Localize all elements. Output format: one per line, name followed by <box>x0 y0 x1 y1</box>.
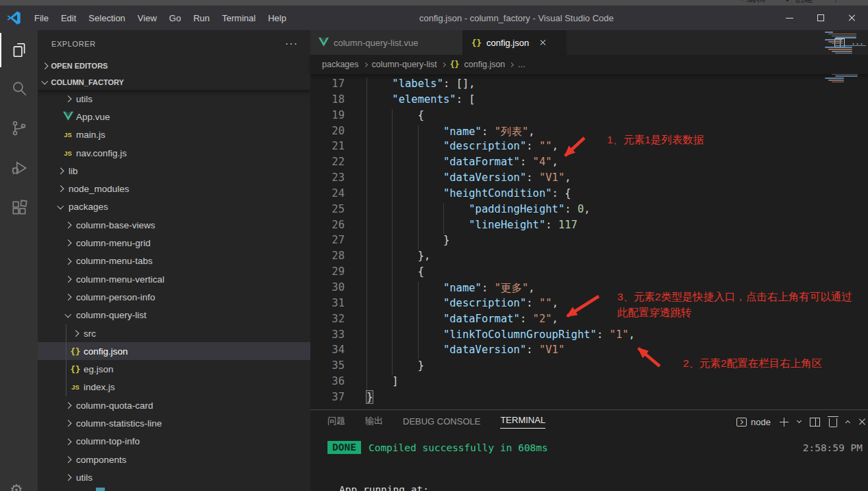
code-line-24[interactable]: 24"heightCondition": { <box>310 187 868 203</box>
breadcrumb-item[interactable]: config.json <box>464 60 506 69</box>
terminal-dropdown-icon[interactable] <box>797 418 802 423</box>
run-debug-icon[interactable] <box>0 151 38 185</box>
breadcrumb-item[interactable]: ... <box>518 60 525 69</box>
code-line-26[interactable]: 26"lineHeight": 117 <box>310 219 868 235</box>
tree-item-components[interactable]: components <box>38 451 310 468</box>
code-line-20[interactable]: 20"name": "列表", <box>310 125 868 141</box>
tree-item-lib[interactable]: lib <box>38 162 310 180</box>
tree-item-config.json[interactable]: {}config.json <box>38 342 310 360</box>
close-button[interactable] <box>836 5 868 30</box>
new-terminal-icon[interactable] <box>780 418 789 427</box>
tree-item-column-quota-card[interactable]: column-quota-card <box>38 396 310 414</box>
tree-item-column-top-info[interactable]: column-top-info <box>38 433 310 451</box>
tree-item-src[interactable]: src <box>38 324 310 342</box>
settings-gear-icon[interactable]: ⚙ <box>10 481 23 491</box>
search-icon[interactable] <box>0 71 38 106</box>
close-tab-icon[interactable] <box>538 37 549 48</box>
tree-item-column-menu-grid[interactable]: column-menu-grid <box>38 234 310 252</box>
panel-tab-debug-console[interactable]: DEBUG CONSOLE <box>403 416 480 428</box>
tree-item-nav.config.js[interactable]: JSnav.config.js <box>38 144 310 162</box>
line-number: 34 <box>310 344 345 356</box>
close-icon <box>848 14 856 22</box>
tree-item-utils[interactable]: utils <box>38 90 310 108</box>
code-line-27[interactable]: 27} <box>310 234 868 250</box>
maximize-button[interactable] <box>805 5 836 30</box>
tree-item-eg.json[interactable]: {}eg.json <box>38 360 310 378</box>
maximize-panel-icon[interactable] <box>845 420 850 425</box>
panel-tab-问题[interactable]: 问题 <box>327 415 345 429</box>
code-line-28[interactable]: 28}, <box>310 250 868 265</box>
menu-view[interactable]: View <box>132 5 163 30</box>
menu-run[interactable]: Run <box>187 5 216 30</box>
close-panel-icon[interactable] <box>858 418 867 426</box>
editor-tabs: column-query-list.vue{}config.json <box>310 30 868 55</box>
tree-item-column-statistics-line[interactable]: column-statistics-line <box>38 414 310 432</box>
code-line-19[interactable]: 19{ <box>310 109 868 125</box>
js-file-icon: JS <box>64 149 72 157</box>
panel-tab-terminal[interactable]: TERMINAL <box>500 415 545 429</box>
tree-item-App.vue[interactable]: App.vue <box>38 108 310 125</box>
code-line-29[interactable]: 29{ <box>310 265 868 281</box>
tree-item-index.js[interactable]: JSindex.js <box>38 379 310 396</box>
panel-tab-输出[interactable]: 输出 <box>365 415 383 429</box>
tab-config.json[interactable]: {}config.json <box>463 30 567 55</box>
code-line-33[interactable]: 33"linkToColumnGroupRight": "1", <box>310 328 868 344</box>
source-control-icon[interactable] <box>0 111 38 145</box>
line-number: 18 <box>310 93 345 106</box>
breadcrumb[interactable]: packages column-query-list {} config.jso… <box>310 55 868 74</box>
code-line-18[interactable]: 18"elements": [ <box>310 93 868 109</box>
partial-row-icon <box>96 488 105 491</box>
line-number: 19 <box>310 109 345 121</box>
menu-selection[interactable]: Selection <box>82 5 131 30</box>
workspace-section-header[interactable]: COLUMN_FACTORY <box>38 74 310 90</box>
activity-bar: ⚙ <box>0 30 38 491</box>
line-number: 27 <box>310 234 345 246</box>
tree-item-main.js[interactable]: JSmain.js <box>38 126 310 144</box>
code-line-23[interactable]: 23"dataVersion": "V1", <box>310 171 868 187</box>
chevron-down-icon <box>42 77 48 84</box>
code-line-22[interactable]: 22"dataFormat": "4", <box>310 156 868 171</box>
chevron-right-icon <box>64 240 71 246</box>
code-line-25[interactable]: 25"paddingHeight": 0, <box>310 203 868 219</box>
edit-action[interactable]: ✎ 编辑 <box>736 0 766 5</box>
code-line-36[interactable]: 36] <box>310 375 868 391</box>
tree-item-column-query-list[interactable]: column-query-list <box>38 307 310 324</box>
sidebar-more-actions-icon[interactable]: ··· <box>285 38 298 50</box>
line-number: 25 <box>310 203 345 215</box>
chevron-down-icon <box>57 203 63 209</box>
tree-item-column-person-info[interactable]: column-person-info <box>38 288 310 306</box>
menu-help[interactable]: Help <box>262 5 293 30</box>
more-icon[interactable]: ⋮ <box>831 0 841 5</box>
compile-message: Compiled successfully in 608ms <box>369 442 548 453</box>
shell-selector[interactable]: node <box>736 417 771 427</box>
open-editors-section[interactable]: OPEN EDITORS <box>38 58 310 74</box>
split-terminal-icon[interactable] <box>810 418 820 427</box>
menu-go[interactable]: Go <box>163 5 187 30</box>
code-line-37[interactable]: 37} <box>310 391 868 407</box>
tree-item-utils[interactable]: utils <box>38 468 310 486</box>
tree-item-column-menu-vertical[interactable]: column-menu-vertical <box>38 270 310 288</box>
terminal-icon <box>736 418 747 427</box>
extensions-icon[interactable] <box>0 191 38 225</box>
tree-item-packages[interactable]: packages <box>38 198 310 216</box>
breadcrumb-item[interactable]: column-query-list <box>372 60 437 69</box>
chevron-right-icon <box>441 62 446 67</box>
menu-edit[interactable]: Edit <box>55 5 82 30</box>
breadcrumb-item[interactable]: packages <box>322 60 359 69</box>
line-number: 22 <box>310 156 345 168</box>
tab-column-query-list.vue[interactable]: column-query-list.vue <box>310 30 463 55</box>
explorer-icon[interactable] <box>0 33 38 67</box>
code-line-21[interactable]: 21"description": "", <box>310 140 868 156</box>
menu-terminal[interactable]: Terminal <box>216 5 262 30</box>
chevron-right-icon <box>57 186 63 192</box>
kill-terminal-icon[interactable] <box>829 418 837 427</box>
tree-item-column-base-views[interactable]: column-base-views <box>38 216 310 234</box>
line-number: 33 <box>310 328 345 341</box>
minimize-button[interactable] <box>773 5 805 30</box>
tree-item-node_modules[interactable]: node_modules <box>38 180 310 197</box>
code-line-17[interactable]: 17"labels": [], <box>310 77 868 93</box>
menu-file[interactable]: File <box>28 5 55 30</box>
vscode-window: ✎ 编辑 ✚ 创建 ⋮ FileEditSelectionViewGoRunTe… <box>0 0 868 491</box>
tree-item-column-menu-tabs[interactable]: column-menu-tabs <box>38 252 310 270</box>
create-action[interactable]: ✚ 创建 <box>783 0 813 5</box>
